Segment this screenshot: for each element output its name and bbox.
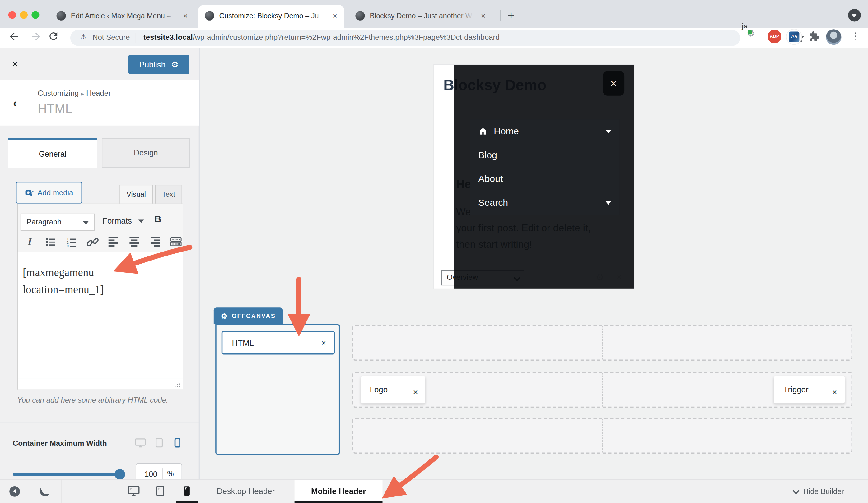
publish-label: Publish bbox=[139, 60, 166, 69]
tablet-device-icon[interactable] bbox=[154, 437, 165, 450]
responsive-device-switcher bbox=[134, 437, 183, 451]
tab-close-icon[interactable]: × bbox=[180, 11, 190, 21]
italic-button[interactable]: I bbox=[23, 235, 37, 248]
chevron-down-icon bbox=[83, 221, 89, 225]
editor-content-area[interactable]: [maxmegamenu location=menu_1] bbox=[18, 252, 183, 378]
adblock-extension-icon[interactable]: ABP bbox=[768, 30, 781, 43]
offcanvas-dropzone[interactable]: HTML × bbox=[215, 324, 340, 455]
formats-dropdown[interactable]: Formats bbox=[102, 216, 144, 225]
extensions-puzzle-icon[interactable] bbox=[808, 30, 820, 45]
numbered-list-button[interactable]: 123 bbox=[65, 235, 78, 248]
traffic-minimize-button[interactable] bbox=[20, 11, 28, 19]
reload-button[interactable] bbox=[48, 30, 62, 45]
url-host: testsite3.local bbox=[143, 33, 193, 42]
resize-handle-icon[interactable] bbox=[174, 380, 181, 388]
warning-icon: ⚠ bbox=[80, 32, 87, 41]
offcanvas-tab[interactable]: ⚙ OFFCANVAS bbox=[214, 307, 283, 324]
url-text[interactable]: testsite3.local/wp-admin/customize.php?r… bbox=[143, 33, 500, 42]
mobile-device-icon[interactable] bbox=[172, 437, 183, 450]
tab-close-icon[interactable]: × bbox=[478, 11, 488, 21]
back-button[interactable] bbox=[8, 30, 22, 45]
customizer-close-button[interactable]: × bbox=[0, 48, 31, 80]
max-width-slider-track[interactable] bbox=[13, 473, 123, 476]
paragraph-dropdown[interactable]: Paragraph bbox=[21, 213, 95, 231]
tab-visual[interactable]: Visual bbox=[120, 185, 153, 204]
header-row-bottom[interactable] bbox=[352, 418, 853, 453]
trigger-widget-chip[interactable]: Trigger × bbox=[774, 376, 845, 403]
offcanvas-close-button[interactable]: × bbox=[603, 71, 624, 96]
remove-widget-icon[interactable]: × bbox=[413, 378, 418, 405]
header-row-middle[interactable]: Logo × Trigger × bbox=[352, 372, 853, 408]
site-favicon bbox=[205, 11, 214, 21]
add-media-button[interactable]: Add media bbox=[16, 182, 82, 203]
reader-extension-icon[interactable]: Aa bbox=[786, 29, 802, 44]
link-button[interactable] bbox=[86, 235, 99, 248]
header-row-top[interactable] bbox=[352, 325, 853, 360]
back-chevron-button[interactable]: ‹ bbox=[0, 80, 31, 126]
remove-widget-icon[interactable]: × bbox=[832, 378, 837, 405]
chip-label: Trigger bbox=[783, 385, 808, 394]
publish-button[interactable]: Publish ⚙ bbox=[128, 55, 189, 74]
paragraph-value: Paragraph bbox=[27, 218, 61, 226]
browser-menu-icon[interactable]: ⋮ bbox=[851, 30, 860, 41]
green-dot bbox=[748, 30, 752, 34]
tab-separator bbox=[500, 10, 500, 21]
tab-title-fade bbox=[162, 9, 180, 24]
address-bar[interactable]: ⚠ Not Secure testsite3.local/wp-admin/cu… bbox=[70, 30, 740, 46]
tab-close-icon[interactable]: × bbox=[330, 11, 340, 21]
traffic-close-button[interactable] bbox=[8, 11, 16, 19]
tab-mobile-header[interactable]: Mobile Header bbox=[294, 480, 383, 503]
bullet-list-button[interactable] bbox=[44, 235, 57, 248]
menu-item-search[interactable]: Search bbox=[470, 191, 619, 215]
chevron-down-icon bbox=[851, 14, 857, 18]
footer-divider bbox=[61, 480, 62, 503]
formats-label: Formats bbox=[102, 216, 132, 225]
tab-edit-article[interactable]: Edit Article ‹ Max Mega Menu – × bbox=[50, 5, 195, 28]
logo-widget-chip[interactable]: Logo × bbox=[361, 376, 425, 403]
aa-label: Aa bbox=[789, 31, 799, 42]
align-left-button[interactable] bbox=[107, 235, 120, 248]
tab-customize-active[interactable]: Customize: Blocksy Demo – Ju × bbox=[198, 5, 344, 28]
remove-widget-icon[interactable]: × bbox=[321, 332, 326, 354]
row-divider bbox=[602, 373, 603, 407]
menu-item-about[interactable]: About bbox=[470, 167, 619, 191]
editor-toolbar-row1: Paragraph Formats B bbox=[18, 204, 183, 232]
desktop-device-icon[interactable] bbox=[134, 437, 146, 451]
page-title: HTML bbox=[38, 101, 72, 116]
preview-desktop-icon[interactable] bbox=[127, 485, 140, 500]
submenu-caret-icon[interactable] bbox=[606, 130, 611, 133]
tab-design[interactable]: Design bbox=[102, 138, 190, 168]
preview-tablet-icon[interactable] bbox=[154, 485, 166, 499]
preview-mobile-icon-active[interactable] bbox=[181, 485, 193, 499]
new-tab-button[interactable]: + bbox=[508, 8, 515, 23]
menu-item-blog[interactable]: Blog bbox=[470, 143, 619, 167]
bold-button[interactable]: B bbox=[154, 214, 161, 226]
keyboard-shortcuts-button[interactable] bbox=[169, 235, 183, 248]
tab-title-fade bbox=[459, 9, 478, 24]
submenu-caret-icon[interactable] bbox=[606, 201, 611, 205]
tab-blocksy-demo[interactable]: Blocksy Demo – Just another W × bbox=[349, 5, 493, 28]
editor-content[interactable]: [maxmegamenu location=menu_1] bbox=[23, 264, 161, 298]
tab-text[interactable]: Text bbox=[155, 185, 182, 204]
dark-mode-moon-icon[interactable] bbox=[40, 485, 50, 496]
align-center-button[interactable] bbox=[128, 235, 141, 248]
html-widget-chip[interactable]: HTML × bbox=[221, 331, 335, 355]
traffic-zoom-button[interactable] bbox=[31, 11, 39, 19]
publish-settings-gear-icon[interactable]: ⚙ bbox=[171, 59, 178, 69]
tab-general[interactable]: General bbox=[8, 138, 97, 168]
max-width-value[interactable]: 100 bbox=[144, 470, 157, 479]
max-width-slider-handle[interactable] bbox=[114, 469, 125, 480]
tab-search-button[interactable] bbox=[848, 9, 861, 21]
collapse-sidebar-icon[interactable] bbox=[9, 486, 20, 497]
forward-button[interactable] bbox=[28, 30, 42, 45]
tab-desktop-header[interactable]: Desktop Header bbox=[210, 480, 281, 503]
profile-avatar[interactable] bbox=[826, 29, 841, 45]
security-label[interactable]: Not Secure bbox=[92, 33, 130, 42]
tab-title: Edit Article ‹ Max Mega Menu – bbox=[71, 11, 176, 20]
menu-item-home[interactable]: Home bbox=[470, 119, 619, 143]
active-device-underline bbox=[176, 501, 198, 503]
align-right-button[interactable] bbox=[149, 235, 162, 248]
hide-builder-button[interactable]: Hide Builder bbox=[793, 480, 844, 503]
max-width-unit[interactable]: % bbox=[167, 470, 174, 478]
gear-icon: ⚙ bbox=[221, 312, 227, 320]
